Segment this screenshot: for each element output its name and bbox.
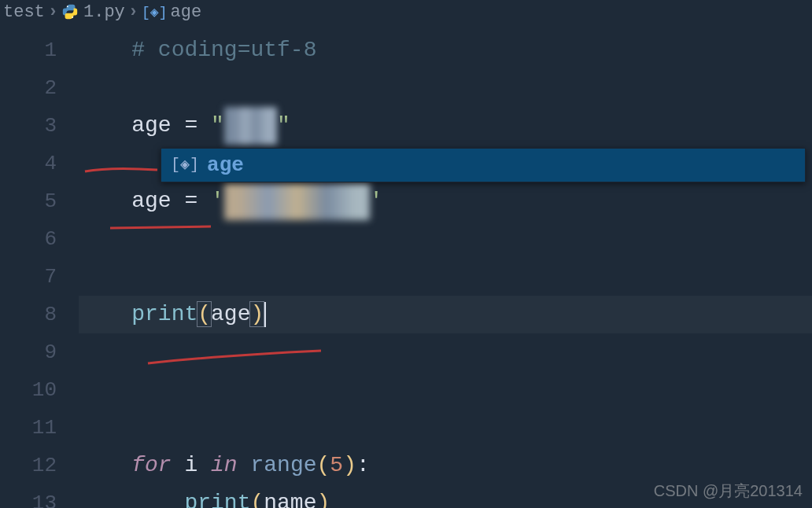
line-number: 11 bbox=[0, 409, 57, 447]
code-line[interactable]: for i in range(5): bbox=[79, 447, 812, 484]
line-number: 6 bbox=[0, 220, 57, 258]
keyword-for: for bbox=[131, 453, 171, 477]
code-editor[interactable]: 1 2 3 4 5 6 7 8 9 10 11 12 13 # coding=u… bbox=[0, 24, 812, 508]
line-number: 13 bbox=[0, 484, 57, 508]
code-line[interactable] bbox=[79, 220, 812, 258]
breadcrumb-folder[interactable]: test bbox=[3, 2, 45, 22]
line-number: 3 bbox=[0, 107, 57, 145]
redacted-text: XXXX bbox=[224, 107, 277, 145]
code-line[interactable]: # coding=utf-8 bbox=[79, 31, 812, 69]
code-line[interactable] bbox=[79, 333, 812, 371]
redacted-text: lXXXXXXXXXu bbox=[224, 182, 370, 220]
line-number: 12 bbox=[0, 447, 57, 484]
chevron-right-icon: › bbox=[48, 2, 58, 22]
svg-point-1 bbox=[72, 17, 73, 18]
code-line[interactable] bbox=[79, 258, 812, 296]
autocomplete-label: age bbox=[207, 152, 244, 179]
keyword-in: in bbox=[211, 453, 238, 477]
text-cursor bbox=[264, 302, 266, 327]
variable-name: age bbox=[131, 113, 171, 138]
autocomplete-item[interactable]: [◈] age bbox=[161, 149, 805, 182]
line-number: 10 bbox=[0, 371, 57, 409]
breadcrumb-symbol[interactable]: [◈] age bbox=[142, 2, 201, 22]
breadcrumb[interactable]: test › 1.py › [◈] age bbox=[0, 0, 812, 24]
code-line[interactable]: age = 'lXXXXXXXXXu' bbox=[79, 182, 812, 220]
code-line-current[interactable]: print(age) bbox=[79, 296, 812, 333]
code-line[interactable] bbox=[79, 69, 812, 107]
autocomplete-popup[interactable]: [◈] age bbox=[161, 148, 806, 182]
line-number: 9 bbox=[0, 333, 57, 371]
line-number: 4 bbox=[0, 145, 57, 182]
bracket-close: ) bbox=[249, 301, 264, 327]
code-line[interactable] bbox=[79, 409, 812, 447]
line-number: 7 bbox=[0, 258, 57, 296]
svg-point-0 bbox=[67, 6, 68, 7]
breadcrumb-file[interactable]: 1.py bbox=[61, 2, 125, 22]
code-line[interactable]: age = "XXXX" bbox=[79, 107, 812, 145]
line-number: 8 bbox=[0, 296, 57, 333]
function-call: print bbox=[131, 302, 197, 326]
python-icon bbox=[61, 3, 79, 20]
line-number: 1 bbox=[0, 31, 57, 69]
line-number-gutter: 1 2 3 4 5 6 7 8 9 10 11 12 13 bbox=[0, 24, 79, 508]
variable-icon: [◈] bbox=[171, 152, 199, 179]
variable-name: age bbox=[131, 189, 171, 213]
bracket-open: ( bbox=[197, 301, 212, 327]
chevron-right-icon: › bbox=[128, 2, 138, 22]
code-content[interactable]: # coding=utf-8 age = "XXXX" age = 'lXXXX… bbox=[79, 24, 812, 508]
comment-text: # coding=utf-8 bbox=[131, 38, 316, 62]
line-number: 5 bbox=[0, 182, 57, 220]
variable-icon: [◈] bbox=[142, 3, 167, 20]
line-number: 2 bbox=[0, 69, 57, 107]
watermark-text: CSDN @月亮201314 bbox=[654, 480, 803, 502]
code-line[interactable] bbox=[79, 371, 812, 409]
